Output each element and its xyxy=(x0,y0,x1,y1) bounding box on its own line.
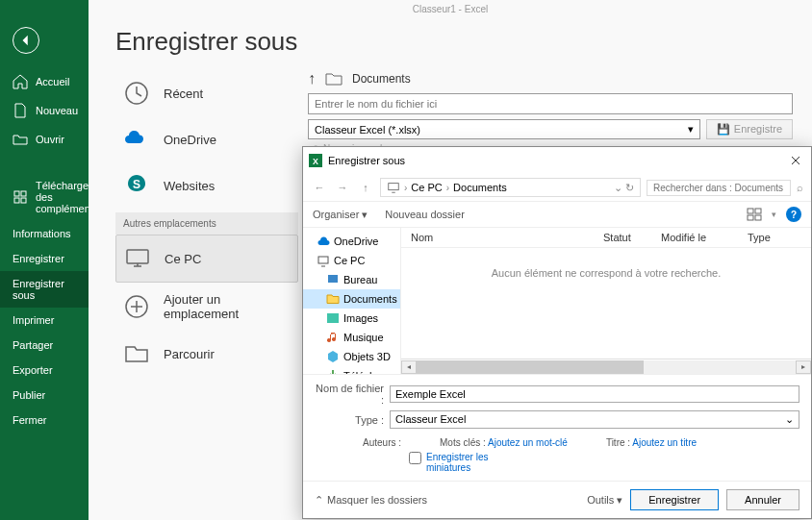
pc-icon xyxy=(124,245,151,272)
up-icon[interactable]: ↑ xyxy=(308,70,316,87)
nav-label: Enregistrer sous xyxy=(13,278,81,301)
place-browse[interactable]: Parcourir xyxy=(115,331,298,377)
window-title: Classeur1 - Excel xyxy=(89,0,812,19)
save-button-gray[interactable]: 💾Enregistre xyxy=(706,119,793,139)
nav-new[interactable]: Nouveau xyxy=(0,96,89,125)
column-headers[interactable]: Nom Statut Modifié le Type xyxy=(401,228,811,248)
tree-item-t-l-chargements[interactable]: Téléchargements xyxy=(303,366,400,374)
nav-label: Imprimer xyxy=(13,314,54,326)
filetype-select[interactable]: Classeur Excel (*.xlsx) ▾ xyxy=(308,119,700,139)
scroll-thumb[interactable] xyxy=(417,360,644,374)
nav-label: Publier xyxy=(13,389,45,401)
nav-home[interactable]: Accueil xyxy=(0,67,89,96)
nav-share[interactable]: Partager xyxy=(0,333,89,358)
title-link[interactable]: Ajoutez un titre xyxy=(632,437,697,448)
col-type[interactable]: Type xyxy=(748,232,771,243)
folder-icon xyxy=(326,292,340,306)
place-websites[interactable]: S Websites xyxy=(115,162,298,209)
nav-label: Accueil xyxy=(36,76,69,87)
chevron-down-icon: ▾ xyxy=(617,494,622,507)
place-thispc[interactable]: Ce PC xyxy=(115,235,298,283)
close-button[interactable] xyxy=(786,151,805,170)
tree-label: Bureau xyxy=(343,274,377,285)
tree-label: Musique xyxy=(343,332,384,343)
hide-folders-toggle[interactable]: ⌃ Masquer les dossiers xyxy=(315,494,427,507)
tree-label: Ce PC xyxy=(334,255,365,266)
filename-input[interactable] xyxy=(308,93,793,114)
scroll-left-button[interactable]: ◂ xyxy=(401,360,417,374)
nav-saveas[interactable]: Enregistrer sous xyxy=(0,271,89,308)
nav-label: Enregistrer xyxy=(13,253,64,264)
type-label: Type : xyxy=(315,414,390,426)
thumbnail-label: Enregistrer les miniatures xyxy=(426,452,503,473)
col-modified[interactable]: Modifié le xyxy=(661,232,748,243)
new-folder-button[interactable]: Nouveau dossier xyxy=(385,209,465,220)
path-label: Documents xyxy=(352,72,411,86)
save-button[interactable]: Enregistrer xyxy=(630,489,719,510)
nav-label: Partager xyxy=(13,339,53,351)
place-onedrive[interactable]: OneDrive xyxy=(115,116,298,162)
nav-back[interactable]: ← xyxy=(311,179,328,196)
tree-item-images[interactable]: Images xyxy=(303,309,400,328)
search-input[interactable] xyxy=(647,180,791,196)
filename-label: Nom de fichier : xyxy=(315,383,390,406)
tree-item-onedrive[interactable]: OneDrive xyxy=(303,232,400,251)
nav-label: Exporter xyxy=(13,364,53,376)
bc-current[interactable]: Documents xyxy=(453,182,507,193)
nav-open[interactable]: Ouvrir xyxy=(0,125,89,154)
nav-publish[interactable]: Publier xyxy=(0,383,89,408)
nav-close[interactable]: Fermer xyxy=(0,408,89,433)
place-label: Websites xyxy=(164,179,215,193)
tools-menu[interactable]: Outils▾ xyxy=(587,494,622,507)
svg-rect-6 xyxy=(127,250,148,263)
bc-root[interactable]: Ce PC xyxy=(411,182,442,193)
nav-addins[interactable]: Télécharger des compléments xyxy=(0,173,89,221)
dialog-title: Enregistrer sous xyxy=(328,155,780,166)
horizontal-scrollbar[interactable]: ◂ ▸ xyxy=(401,359,811,374)
place-addlocation[interactable]: Ajouter un emplacement xyxy=(115,283,298,331)
addins-icon xyxy=(13,189,28,205)
places-list: Récent OneDrive S Websites Autres emplac… xyxy=(115,70,298,377)
nav-forward[interactable]: → xyxy=(334,179,351,196)
breadcrumb[interactable]: › Ce PC › Documents ⌄ ↻ xyxy=(380,178,641,197)
chevron-down-icon: ⌃ xyxy=(315,494,323,507)
organize-menu[interactable]: Organiser▾ xyxy=(313,209,368,221)
thumbnail-checkbox[interactable] xyxy=(409,452,421,464)
chevron-down-icon: ⌄ xyxy=(785,413,794,426)
search-icon[interactable]: ⌕ xyxy=(797,182,803,193)
tree-label: Documents xyxy=(343,293,397,305)
view-icon[interactable] xyxy=(747,207,762,222)
tree-item-documents[interactable]: Documents xyxy=(303,289,400,309)
keywords-link[interactable]: Ajoutez un mot-clé xyxy=(488,437,568,448)
cancel-button[interactable]: Annuler xyxy=(726,489,799,510)
svg-rect-11 xyxy=(748,209,753,213)
nav-export[interactable]: Exporter xyxy=(0,358,89,383)
add-place-icon xyxy=(123,293,150,320)
chevron-down-icon[interactable]: ⌄ ↻ xyxy=(614,182,634,194)
svg-rect-12 xyxy=(755,209,761,213)
pc-small-icon xyxy=(387,181,400,194)
tree-item-musique[interactable]: Musique xyxy=(303,328,400,347)
col-name[interactable]: Nom xyxy=(411,232,603,243)
tree-item-objets-3d[interactable]: Objets 3D xyxy=(303,347,400,366)
svg-rect-3 xyxy=(21,198,26,203)
onedrive-icon xyxy=(123,126,150,153)
help-icon[interactable]: ? xyxy=(786,207,801,222)
nav-up[interactable]: ↑ xyxy=(357,179,374,196)
tree-item-bureau[interactable]: Bureau xyxy=(303,270,400,289)
scroll-right-button[interactable]: ▸ xyxy=(796,360,811,374)
place-recent[interactable]: Récent xyxy=(115,70,298,116)
nav-print[interactable]: Imprimer xyxy=(0,308,89,333)
file-list: Nom Statut Modifié le Type Aucun élément… xyxy=(401,228,811,374)
nav-save[interactable]: Enregistrer xyxy=(0,246,89,271)
tree-item-ce-pc[interactable]: Ce PC xyxy=(303,251,400,270)
desktop-icon xyxy=(326,273,340,286)
col-status[interactable]: Statut xyxy=(603,232,661,243)
filename-field[interactable] xyxy=(390,385,799,403)
chevron-down-icon[interactable]: ▾ xyxy=(772,210,776,219)
authors-label: Auteurs : xyxy=(363,437,401,448)
tree-label: Objets 3D xyxy=(343,351,391,362)
type-select[interactable]: Classeur Excel⌄ xyxy=(390,410,799,429)
nav-info[interactable]: Informations xyxy=(0,221,89,246)
back-button[interactable] xyxy=(13,27,39,54)
